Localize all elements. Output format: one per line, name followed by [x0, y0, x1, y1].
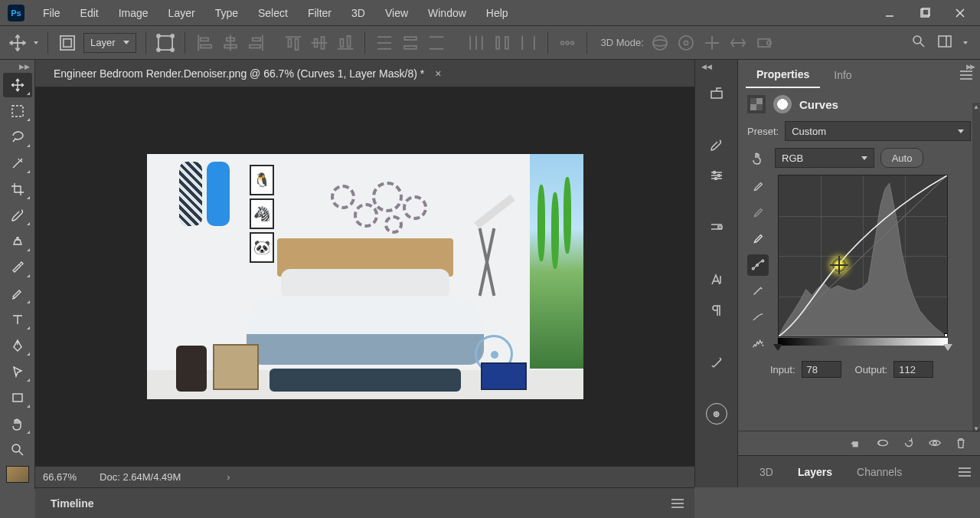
- timeline-label[interactable]: Timeline: [51, 497, 94, 510]
- distribute-right-icon[interactable]: [518, 33, 538, 53]
- toggle-visibility-icon[interactable]: [928, 436, 943, 451]
- output-field[interactable]: 112: [893, 361, 933, 378]
- workspace-switcher-icon[interactable]: [937, 34, 952, 51]
- expand-panels-icon[interactable]: ◀◀: [701, 63, 712, 70]
- move-tool-icon[interactable]: [3, 73, 32, 97]
- distribute-left-icon[interactable]: [466, 33, 486, 53]
- panel-scrollbar[interactable]: ▲▼: [972, 103, 980, 432]
- brush-tool-icon[interactable]: [3, 203, 32, 228]
- crop-tool-icon[interactable]: [3, 177, 32, 202]
- curve-point-selected[interactable]: [832, 258, 846, 272]
- distribute-vcenter-icon[interactable]: [400, 33, 420, 53]
- black-slider-icon[interactable]: [773, 344, 782, 351]
- maximize-button[interactable]: [910, 4, 940, 22]
- orbit-3d-icon[interactable]: [650, 33, 670, 53]
- edit-toolbar-thumb[interactable]: [0, 460, 35, 489]
- status-more-icon[interactable]: ›: [227, 471, 230, 483]
- character-panel-icon[interactable]: [701, 268, 732, 291]
- menu-edit[interactable]: Edit: [73, 4, 106, 22]
- tab-3d[interactable]: 3D: [749, 460, 784, 484]
- gradient-tool-icon[interactable]: [3, 281, 32, 306]
- tab-channels[interactable]: Channels: [846, 460, 913, 484]
- align-vertical-centers-icon[interactable]: [309, 33, 329, 53]
- close-button[interactable]: [945, 4, 975, 22]
- align-bottom-edges-icon[interactable]: [335, 33, 355, 53]
- tool-preset-caret-icon[interactable]: [34, 41, 38, 44]
- calculate-histogram-icon[interactable]: [747, 333, 769, 354]
- collapse-panel-icon[interactable]: ▶▶: [966, 63, 974, 70]
- brush-settings-panel-icon[interactable]: [701, 164, 732, 187]
- tab-layers[interactable]: Layers: [787, 460, 843, 484]
- menu-file[interactable]: File: [35, 4, 68, 22]
- workspace-caret-icon[interactable]: [963, 41, 968, 44]
- tab-info[interactable]: Info: [823, 63, 862, 87]
- align-horizontal-centers-icon[interactable]: [220, 33, 240, 53]
- minimize-button[interactable]: [874, 4, 905, 22]
- healing-brush-tool-icon[interactable]: [3, 255, 32, 280]
- input-field[interactable]: 78: [802, 361, 841, 378]
- paragraph-panel-icon[interactable]: [701, 299, 732, 322]
- menu-select[interactable]: Select: [250, 4, 296, 22]
- menu-layer[interactable]: Layer: [161, 4, 203, 22]
- timeline-menu-icon[interactable]: [671, 499, 684, 508]
- distribute-top-icon[interactable]: [374, 33, 394, 53]
- slide-3d-icon[interactable]: [728, 33, 748, 53]
- close-tab-icon[interactable]: ×: [432, 67, 444, 80]
- tab-properties[interactable]: Properties: [746, 62, 820, 88]
- lasso-tool-icon[interactable]: [3, 125, 32, 149]
- previous-state-icon[interactable]: [876, 436, 891, 451]
- black-point-eyedropper-icon[interactable]: [747, 176, 769, 198]
- auto-select-toggle-icon[interactable]: [57, 33, 77, 53]
- bottom-panel-menu-icon[interactable]: [959, 467, 971, 477]
- clone-stamp-tool-icon[interactable]: [3, 229, 32, 254]
- reset-icon[interactable]: [902, 436, 917, 451]
- menu-type[interactable]: Type: [207, 4, 246, 22]
- type-tool-icon[interactable]: [3, 307, 32, 332]
- zoom-tool-icon[interactable]: [3, 438, 32, 462]
- distribute-bottom-icon[interactable]: [426, 33, 446, 53]
- menu-3d[interactable]: 3D: [344, 4, 373, 22]
- search-icon[interactable]: [911, 34, 926, 51]
- menu-window[interactable]: Window: [420, 4, 474, 22]
- edit-points-icon[interactable]: [747, 254, 769, 276]
- auto-button[interactable]: Auto: [880, 148, 923, 168]
- draw-curve-icon[interactable]: [747, 280, 769, 302]
- white-slider-icon[interactable]: [943, 344, 952, 351]
- rectangle-tool-icon[interactable]: [3, 385, 32, 410]
- panel-menu-icon[interactable]: [960, 70, 972, 80]
- magic-wand-tool-icon[interactable]: [3, 151, 32, 175]
- targeted-adjustment-icon[interactable]: [747, 147, 769, 169]
- align-top-edges-icon[interactable]: [283, 33, 303, 53]
- curves-graph[interactable]: [778, 175, 948, 337]
- zoom-3d-icon[interactable]: [754, 33, 774, 53]
- distribute-hcenter-icon[interactable]: [492, 33, 512, 53]
- history-panel-icon[interactable]: [701, 81, 732, 104]
- curve-point-white[interactable]: [944, 333, 948, 337]
- zoom-level[interactable]: 66.67%: [43, 471, 77, 483]
- smooth-curve-icon[interactable]: [747, 307, 769, 328]
- menu-view[interactable]: View: [377, 4, 416, 22]
- move-tool-icon[interactable]: [8, 33, 28, 53]
- white-point-eyedropper-icon[interactable]: [747, 228, 769, 250]
- align-left-edges-icon[interactable]: [194, 33, 214, 53]
- brushes-panel-icon[interactable]: [701, 133, 732, 156]
- align-right-edges-icon[interactable]: [247, 33, 266, 53]
- clip-to-layer-icon[interactable]: [850, 436, 865, 451]
- expand-tools-icon[interactable]: ▶▶: [19, 63, 30, 70]
- menu-filter[interactable]: Filter: [300, 4, 339, 22]
- channel-dropdown[interactable]: RGB: [775, 148, 874, 168]
- document-tab[interactable]: Engineer Bedroom Render.Denoiser.png @ 6…: [51, 63, 450, 84]
- menu-image[interactable]: Image: [111, 4, 156, 22]
- pen-tool-icon[interactable]: [3, 333, 32, 358]
- marquee-tool-icon[interactable]: [3, 99, 32, 123]
- path-selection-tool-icon[interactable]: [3, 359, 32, 384]
- roll-3d-icon[interactable]: [676, 33, 696, 53]
- libraries-panel-icon[interactable]: ⊛: [706, 403, 727, 425]
- delete-adjustment-icon[interactable]: [954, 436, 969, 451]
- align-more-options-icon[interactable]: [557, 33, 577, 53]
- auto-select-target[interactable]: Layer: [83, 33, 136, 53]
- preset-dropdown[interactable]: Custom: [785, 121, 971, 141]
- clone-source-panel-icon[interactable]: [701, 216, 732, 239]
- canvas-viewport[interactable]: 🐧🦓🐼: [35, 87, 694, 466]
- pan-3d-icon[interactable]: [702, 33, 722, 53]
